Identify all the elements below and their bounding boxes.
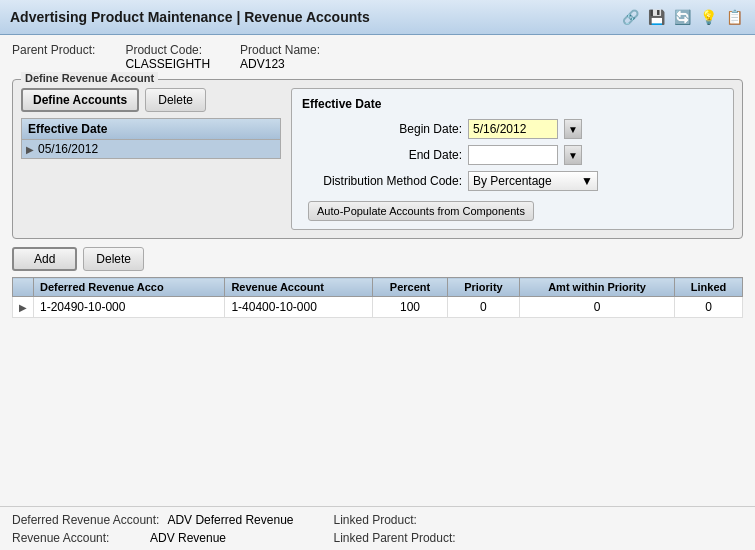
end-date-input[interactable] [468, 145, 558, 165]
define-accounts-button[interactable]: Define Accounts [21, 88, 139, 112]
col-header-arrow [13, 278, 34, 297]
amt-within-cell: 0 [520, 297, 675, 318]
linked-product-label: Linked Product: [334, 513, 464, 527]
list-row-value: 05/16/2012 [38, 142, 98, 156]
end-date-label: End Date: [302, 148, 462, 162]
priority-cell: 0 [447, 297, 519, 318]
distribution-select[interactable]: By Percentage ▼ [468, 171, 598, 191]
section-title: Define Revenue Account [21, 72, 158, 84]
define-revenue-section: Define Revenue Account Define Accounts D… [12, 79, 743, 239]
footer-left-column: Deferred Revenue Account: ADV Deferred R… [12, 513, 294, 545]
begin-date-label: Begin Date: [302, 122, 462, 136]
revenue-account-value: ADV Revenue [150, 531, 226, 545]
deferred-cell: 1-20490-10-000 [34, 297, 225, 318]
bottom-buttons: Add Delete [12, 247, 743, 271]
begin-date-dropdown[interactable]: ▼ [564, 119, 582, 139]
distribution-dropdown-arrow: ▼ [581, 174, 593, 188]
col-header-priority: Priority [447, 278, 519, 297]
left-buttons: Define Accounts Delete [21, 88, 281, 112]
header-toolbar: 🔗 💾 🔄 💡 📋 [619, 6, 745, 28]
bulb-icon[interactable]: 💡 [697, 6, 719, 28]
row-expand-icon: ▶ [19, 302, 27, 313]
begin-date-input[interactable] [468, 119, 558, 139]
col-header-percent: Percent [373, 278, 448, 297]
begin-date-row: Begin Date: ▼ [302, 119, 723, 139]
delete-accounts-button[interactable]: Delete [145, 88, 206, 112]
col-header-amt-within: Amt within Priority [520, 278, 675, 297]
save-icon[interactable]: 💾 [645, 6, 667, 28]
main-content: Parent Product: Product Code: CLASSEIGHT… [0, 35, 755, 550]
end-date-row: End Date: ▼ [302, 145, 723, 165]
page-title: Advertising Product Maintenance | Revenu… [10, 9, 370, 25]
bottom-section: Add Delete Deferred Revenue Acco Revenue… [12, 247, 743, 318]
table-row[interactable]: ▶ 1-20490-10-000 1-40400-10-000 100 0 0 … [13, 297, 743, 318]
deferred-revenue-footer-row: Deferred Revenue Account: ADV Deferred R… [12, 513, 294, 527]
distribution-row: Distribution Method Code: By Percentage … [302, 171, 723, 191]
left-panel: Define Accounts Delete Effective Date ▶ … [21, 88, 281, 230]
product-code-field: Product Code: CLASSEIGHTH [125, 43, 210, 71]
linked-product-footer-row: Linked Product: [334, 513, 472, 527]
revenue-account-label: Revenue Account: [12, 531, 142, 545]
end-date-dropdown[interactable]: ▼ [564, 145, 582, 165]
list-header: Effective Date [22, 119, 280, 140]
parent-product-field: Parent Product: [12, 43, 95, 57]
delete-row-button[interactable]: Delete [83, 247, 144, 271]
effective-date-title: Effective Date [302, 97, 723, 111]
effective-date-panel: Effective Date Begin Date: ▼ End Date: ▼… [291, 88, 734, 230]
list-item[interactable]: ▶ 05/16/2012 [22, 140, 280, 158]
product-name-field: Product Name: ADV123 [240, 43, 320, 71]
linked-cell: 0 [675, 297, 743, 318]
row-arrow-cell: ▶ [13, 297, 34, 318]
effective-date-list: Effective Date ▶ 05/16/2012 [21, 118, 281, 159]
footer: Deferred Revenue Account: ADV Deferred R… [0, 506, 755, 550]
percent-cell: 100 [373, 297, 448, 318]
revenue-cell: 1-40400-10-000 [225, 297, 373, 318]
linked-parent-label: Linked Parent Product: [334, 531, 464, 545]
distribution-label: Distribution Method Code: [302, 174, 462, 188]
deferred-revenue-value: ADV Deferred Revenue [167, 513, 293, 527]
section-inner: Define Accounts Delete Effective Date ▶ … [21, 88, 734, 230]
revenue-table: Deferred Revenue Acco Revenue Account Pe… [12, 277, 743, 318]
row-arrow-icon: ▶ [26, 144, 34, 155]
revenue-account-footer-row: Revenue Account: ADV Revenue [12, 531, 294, 545]
col-header-linked: Linked [675, 278, 743, 297]
header: Advertising Product Maintenance | Revenu… [0, 0, 755, 35]
col-header-revenue: Revenue Account [225, 278, 373, 297]
link-icon[interactable]: 🔗 [619, 6, 641, 28]
col-header-deferred: Deferred Revenue Acco [34, 278, 225, 297]
export-icon[interactable]: 📋 [723, 6, 745, 28]
add-button[interactable]: Add [12, 247, 77, 271]
refresh-icon[interactable]: 🔄 [671, 6, 693, 28]
footer-right-column: Linked Product: Linked Parent Product: [334, 513, 472, 545]
parent-product-row: Parent Product: Product Code: CLASSEIGHT… [12, 43, 743, 71]
deferred-revenue-label: Deferred Revenue Account: [12, 513, 159, 527]
auto-populate-button[interactable]: Auto-Populate Accounts from Components [308, 201, 534, 221]
linked-parent-footer-row: Linked Parent Product: [334, 531, 472, 545]
